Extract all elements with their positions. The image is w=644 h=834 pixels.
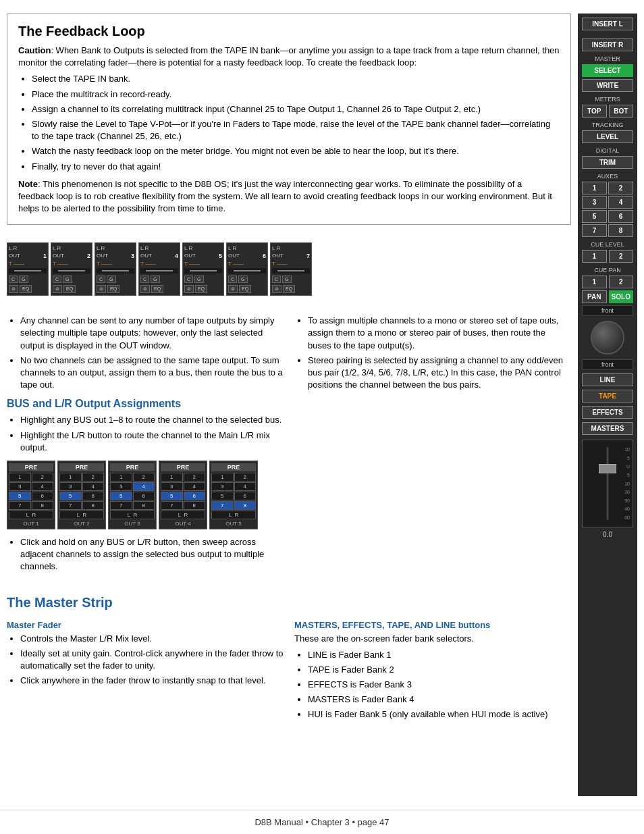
top-button[interactable]: TOP bbox=[582, 105, 607, 118]
bank-bullet-5: HUI is Fader Bank 5 (only available when… bbox=[308, 708, 571, 721]
aux-btn-4[interactable]: 4 bbox=[608, 196, 633, 209]
caution-paragraph: Caution: When Bank to Outputs is selecte… bbox=[18, 45, 560, 69]
footer-text: D8B Manual • Chapter 3 • page 47 bbox=[254, 817, 389, 827]
master-strip-cols: Master Fader Controls the Master L/R Mix… bbox=[7, 615, 571, 725]
level-button[interactable]: LEVEL bbox=[582, 130, 633, 143]
feedback-steps-list: Select the TAPE IN bank. Place the multi… bbox=[32, 73, 560, 172]
mark-5-plus: 5 bbox=[624, 456, 630, 461]
mf-bullet-1: Controls the Master L/R Mix level. bbox=[20, 633, 284, 645]
bank-buttons-title: MASTERS, EFFECTS, TAPE, AND LINE buttons bbox=[294, 620, 571, 630]
bot-button[interactable]: BOT bbox=[609, 105, 634, 118]
pre-block-4: PRE 12 34 56 78 L R OUT 4 bbox=[159, 461, 207, 529]
channel-block-1: L R OUT1 T —— CG ⊘EQ bbox=[7, 242, 49, 296]
step-1: Select the TAPE IN bank. bbox=[32, 73, 560, 85]
channel-block-4: L R OUT4 T —— CG ⊘EQ bbox=[138, 242, 180, 296]
cue-pan-1-button[interactable]: 1 bbox=[582, 276, 607, 288]
insert-l-button[interactable]: INSERT L bbox=[582, 18, 633, 30]
right-sidebar: INSERT L INSERT R MASTER SELECT WRITE ME… bbox=[578, 14, 637, 796]
front-label-1: front bbox=[582, 305, 633, 316]
trim-button[interactable]: TRIM bbox=[582, 156, 633, 169]
feedback-loop-section: The Feedback Loop Caution: When Bank to … bbox=[7, 14, 571, 225]
aux-btn-2[interactable]: 2 bbox=[608, 182, 633, 194]
aux-btn-5[interactable]: 5 bbox=[582, 210, 607, 223]
effects-button[interactable]: EFFECTS bbox=[582, 406, 633, 419]
master-fader[interactable]: 10 5 U 5 10 20 30 40 60 bbox=[582, 440, 633, 527]
bank-bullet-4: MASTERS is Fader Bank 4 bbox=[308, 694, 571, 706]
fader-handle[interactable] bbox=[599, 464, 616, 473]
tracking-label: TRACKING bbox=[582, 122, 633, 128]
masters-button[interactable]: MASTERS bbox=[582, 422, 633, 435]
aux-btn-6[interactable]: 6 bbox=[608, 210, 633, 223]
step-3: Assign a channel to its correlating mult… bbox=[32, 103, 560, 115]
cue-level-pair: 1 2 bbox=[582, 250, 633, 263]
channel-block-6: L R OUT6 T —— CG ⊘EQ bbox=[226, 242, 268, 296]
aux-btn-8[interactable]: 8 bbox=[608, 224, 633, 237]
bullet-click-hold: Click and hold on any BUS or L/R button,… bbox=[20, 536, 284, 573]
bus-bullet-2: Highlight the L/R button to route the ch… bbox=[20, 429, 284, 454]
pan-button[interactable]: PAN bbox=[582, 290, 607, 303]
bullet-any-channel: Any channel can be sent to any number of… bbox=[20, 315, 284, 352]
note-text: : This phenomenon is not specific to the… bbox=[18, 179, 552, 213]
note-label: Note bbox=[18, 179, 38, 189]
aux-btn-3[interactable]: 3 bbox=[582, 196, 607, 209]
front-label-2: front bbox=[582, 359, 633, 370]
tape-button[interactable]: TAPE bbox=[582, 390, 633, 402]
cue-level-1-button[interactable]: 1 bbox=[582, 250, 607, 263]
mf-bullet-3: Click anywhere in the fader throw to ins… bbox=[20, 675, 284, 687]
pan-knob[interactable] bbox=[591, 321, 624, 355]
channel-block-5: L R OUT5 T —— CG ⊘EQ bbox=[182, 242, 224, 296]
cue-pan-pair: 1 2 bbox=[582, 276, 633, 288]
step-6: Finally, try to never do that again! bbox=[32, 161, 560, 173]
master-fader-col: Master Fader Controls the Master L/R Mix… bbox=[7, 615, 284, 725]
channel-block-2: L R OUT2 T —— CG ⊘EQ bbox=[51, 242, 92, 296]
pan-solo-row: PAN SOLO bbox=[582, 290, 633, 303]
pre-block-5: PRE 12 34 56 78 L R OUT 5 bbox=[209, 461, 258, 529]
pre-block-2: PRE 12 34 56 78 L R OUT 2 bbox=[57, 461, 106, 529]
aux-btn-1[interactable]: 1 bbox=[582, 182, 607, 194]
write-button[interactable]: WRITE bbox=[582, 79, 633, 92]
bank-buttons-intro: These are the on-screen fader bank selec… bbox=[294, 633, 571, 645]
mark-u: U bbox=[624, 464, 630, 469]
mark-10-plus: 10 bbox=[624, 447, 630, 452]
mf-bullet-2: Ideally set at unity gain. Control-click… bbox=[20, 648, 284, 672]
solo-button[interactable]: SOLO bbox=[609, 290, 634, 303]
bank-bullet-2: TAPE is Fader Bank 2 bbox=[308, 664, 571, 676]
cue-pan-2-button[interactable]: 2 bbox=[609, 276, 634, 288]
select-button[interactable]: SELECT bbox=[582, 64, 633, 77]
mark-60: 60 bbox=[624, 515, 630, 520]
channel-strips-row: L R OUT1 T —— CG ⊘EQ L R OUT2 T —— CG bbox=[7, 242, 571, 296]
right-bullet-1: To assign multiple channels to a mono or… bbox=[308, 315, 571, 352]
auxes-label: AUXES bbox=[582, 173, 633, 180]
digital-label: DIGITAL bbox=[582, 147, 633, 154]
step-2: Place the multitrack in record-ready. bbox=[32, 88, 560, 101]
channel-block-3: L R OUT3 T —— CG ⊘EQ bbox=[95, 242, 136, 296]
channel-block-7: L R OUT7 T —— CG ⊘EQ bbox=[270, 242, 312, 296]
mark-30: 30 bbox=[624, 498, 630, 503]
pre-block-1: PRE 12 34 56 78 L R OUT 1 bbox=[7, 461, 55, 529]
master-label: MASTER bbox=[582, 55, 633, 62]
bank-bullet-3: EFFECTS is Fader Bank 3 bbox=[308, 679, 571, 691]
insert-r-button[interactable]: INSERT R bbox=[582, 38, 633, 51]
page-footer: D8B Manual • Chapter 3 • page 47 bbox=[0, 810, 644, 834]
bank-bullet-1: LINE is Fader Bank 1 bbox=[308, 649, 571, 661]
mark-20: 20 bbox=[624, 490, 630, 494]
channel-bullets-left: Any channel can be sent to any number of… bbox=[7, 315, 284, 577]
master-strip-title: The Master Strip bbox=[7, 595, 571, 610]
aux-btn-7[interactable]: 7 bbox=[582, 224, 607, 237]
mark-5: 5 bbox=[624, 473, 630, 477]
caution-text: : When Bank to Outputs is selected from … bbox=[18, 45, 560, 68]
caution-label: Caution bbox=[18, 45, 51, 55]
line-button[interactable]: LINE bbox=[582, 373, 633, 386]
mark-40: 40 bbox=[624, 506, 630, 511]
step-5: Watch the nasty feedback loop on the met… bbox=[32, 145, 560, 157]
feedback-title: The Feedback Loop bbox=[18, 24, 560, 39]
cue-pan-label: CUE PAN bbox=[582, 267, 633, 273]
master-fader-title: Master Fader bbox=[7, 620, 284, 630]
fader-track bbox=[607, 447, 609, 520]
channel-bullets-right: To assign multiple channels to a mono or… bbox=[294, 315, 571, 577]
cue-level-2-button[interactable]: 2 bbox=[609, 250, 634, 263]
step-4: Slowly raise the Level to Tape V-Pot—or … bbox=[32, 118, 560, 142]
right-bullet-2: Stereo pairing is selected by assigning … bbox=[308, 355, 571, 392]
auxes-grid: 1 2 3 4 5 6 7 8 bbox=[582, 182, 633, 237]
channel-description-cols: Any channel can be sent to any number of… bbox=[7, 315, 571, 577]
